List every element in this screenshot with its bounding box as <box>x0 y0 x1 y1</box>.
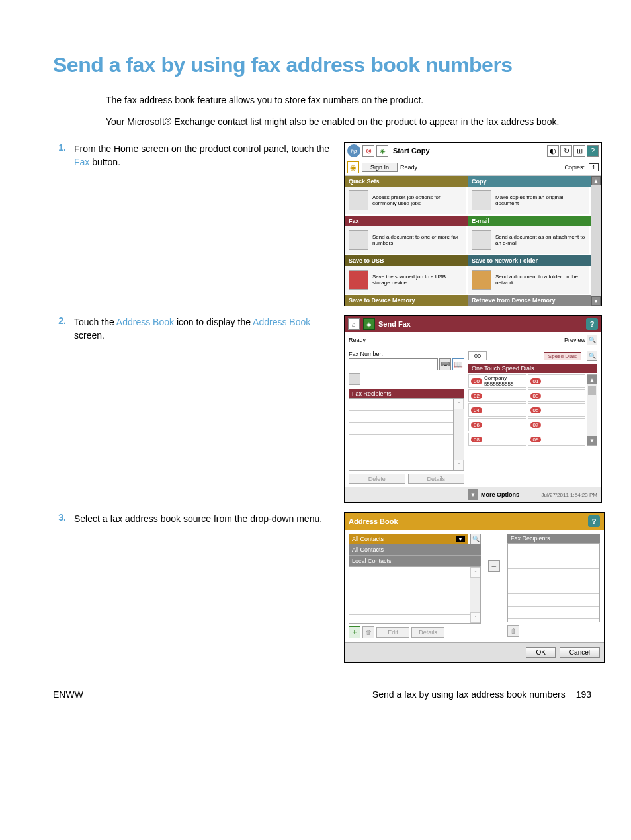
go-icon[interactable]: ◈ <box>363 318 375 330</box>
more-options-icon[interactable]: ▼ <box>468 489 478 500</box>
cancel-button[interactable]: Cancel <box>560 647 600 658</box>
help-icon[interactable]: ? <box>588 515 600 527</box>
source-dropdown[interactable]: All Contacts▼ <box>349 534 468 544</box>
details-button[interactable]: Details <box>411 627 444 638</box>
step-1-text: From the Home screen on the product cont… <box>74 142 331 169</box>
address-book-link-1: Address Book <box>116 317 174 327</box>
delete-button[interactable]: Delete <box>349 474 405 484</box>
scroll-down-icon[interactable]: ▼ <box>591 296 601 306</box>
one-touch-header: One Touch Speed Dials <box>468 364 597 373</box>
fax-number-label: Fax Number: <box>349 351 464 357</box>
intro-2: Your Microsoft® Exchange contact list mi… <box>106 115 591 129</box>
fax-recipients-header: Fax Recipients <box>349 389 464 398</box>
dropdown-option-all[interactable]: All Contacts <box>349 544 481 556</box>
retr-mem-header[interactable]: Retrieve from Device Memory <box>468 295 591 306</box>
copy-icon <box>472 190 491 210</box>
stop-icon[interactable]: ⊗ <box>362 145 374 157</box>
speed-dials-button[interactable]: Speed Dials <box>544 352 581 360</box>
fax-link: Fax <box>74 157 89 167</box>
speed-dial-code[interactable]: 00 <box>468 351 487 360</box>
folder-icon <box>472 270 491 290</box>
copy-tile[interactable]: Make copies from an original document <box>468 187 591 216</box>
search-icon[interactable]: 🔍 <box>587 351 597 361</box>
scroll-up-icon[interactable]: ˄ <box>470 567 480 578</box>
add-recipient-icon[interactable] <box>349 373 360 385</box>
warning-icon: ◉ <box>347 161 359 173</box>
step-number-2: 2. <box>53 315 74 343</box>
ready-status: Ready <box>400 164 417 171</box>
speed-dial-07[interactable]: 07 <box>528 418 586 431</box>
start-copy-label: Start Copy <box>390 147 430 155</box>
quick-sets-icon <box>349 190 368 210</box>
more-options-label[interactable]: More Options <box>481 491 519 498</box>
keypad-icon[interactable]: ⌨ <box>439 358 451 370</box>
scroll-up-icon[interactable]: ▲ <box>591 176 601 185</box>
email-header: E-mail <box>468 216 591 226</box>
fax-tile[interactable]: Send a document to one or more fax numbe… <box>345 226 468 255</box>
footer-left: ENWW <box>53 689 83 700</box>
help-icon[interactable]: ? <box>586 318 598 330</box>
usb-icon <box>349 270 368 290</box>
step-2-text: Touch the Address Book icon to display t… <box>74 315 331 343</box>
move-right-icon[interactable]: ➡ <box>488 560 500 572</box>
email-icon <box>472 230 491 250</box>
address-book-title: Address Book <box>349 517 398 525</box>
quick-sets-header: Quick Sets <box>345 176 468 187</box>
ok-button[interactable]: OK <box>526 647 555 658</box>
screenshot-address-book: Address Book ? All Contacts▼ 🔍 All Conta… <box>344 512 605 663</box>
network-icon[interactable]: ⊞ <box>573 145 585 157</box>
scroll-up-icon[interactable]: ˄ <box>454 399 464 409</box>
address-book-link-2: Address Book <box>253 317 310 327</box>
speed-dial-06[interactable]: 06 <box>468 418 526 431</box>
speed-dial-02[interactable]: 02 <box>468 389 526 402</box>
save-usb-tile[interactable]: Save the scanned job to a USB storage de… <box>345 266 468 295</box>
speed-dial-00[interactable]: 00Company5555555555 <box>468 374 526 388</box>
scroll-down-icon[interactable]: ˅ <box>454 460 464 470</box>
page-title: Send a fax by using fax address book num… <box>53 53 591 77</box>
copies-value[interactable]: 1 <box>589 163 599 171</box>
speed-dial-09[interactable]: 09 <box>528 433 586 446</box>
scroll-down-icon[interactable]: ▼ <box>587 436 597 445</box>
scroll-up-icon[interactable]: ▲ <box>587 375 597 384</box>
preview-icon[interactable]: 🔍 <box>587 335 597 345</box>
quick-sets-tile[interactable]: Access preset job options for commonly u… <box>345 187 468 216</box>
save-mem-header[interactable]: Save to Device Memory <box>345 295 468 306</box>
speed-dial-05[interactable]: 05 <box>528 403 586 417</box>
pause-icon[interactable]: ◐ <box>547 145 559 157</box>
save-usb-header: Save to USB <box>345 255 468 266</box>
sign-in-button[interactable]: Sign In <box>362 163 398 172</box>
speed-dial-03[interactable]: 03 <box>528 389 586 402</box>
home-icon[interactable]: ⌂ <box>348 318 360 330</box>
hp-logo-icon: hp <box>347 144 360 157</box>
delete-icon[interactable]: 🗑 <box>362 626 374 638</box>
fax-icon <box>349 230 368 250</box>
contacts-list: ˄˅ <box>349 567 481 624</box>
fax-number-input[interactable] <box>349 358 438 370</box>
step-number-1: 1. <box>53 142 74 169</box>
email-tile[interactable]: Send a document as an attachment to an e… <box>468 226 591 255</box>
add-icon[interactable]: + <box>349 626 360 638</box>
fax-recipients-list: ˄˅ <box>349 398 464 471</box>
help-icon[interactable]: ? <box>587 145 599 157</box>
ready-status: Ready <box>349 337 366 343</box>
reset-icon[interactable]: ↻ <box>560 145 572 157</box>
speed-dial-04[interactable]: 04 <box>468 403 526 417</box>
dropdown-option-local[interactable]: Local Contacts <box>349 556 481 567</box>
save-net-tile[interactable]: Send a document to a folder on the netwo… <box>468 266 591 295</box>
scroll-down-icon[interactable]: ˅ <box>470 612 480 623</box>
address-book-icon[interactable]: 📖 <box>452 358 464 370</box>
search-icon[interactable]: 🔍 <box>470 534 481 544</box>
chevron-down-icon: ▼ <box>456 536 465 542</box>
copies-label: Copies: <box>564 164 585 171</box>
speed-dial-01[interactable]: 01 <box>528 374 586 388</box>
recipients-list <box>507 543 600 622</box>
screenshot-home: hp ⊗ ◈ Start Copy ◐ ↻ ⊞ ? ◉ Sign In Read… <box>344 142 602 306</box>
edit-button[interactable]: Edit <box>376 627 409 638</box>
send-fax-title: Send Fax <box>378 320 411 328</box>
delete-icon[interactable]: 🗑 <box>507 625 519 637</box>
speed-dial-08[interactable]: 08 <box>468 433 526 446</box>
details-button[interactable]: Details <box>408 474 465 484</box>
start-icon[interactable]: ◈ <box>376 145 388 157</box>
fax-header: Fax <box>345 216 468 226</box>
copy-header: Copy <box>468 176 591 187</box>
